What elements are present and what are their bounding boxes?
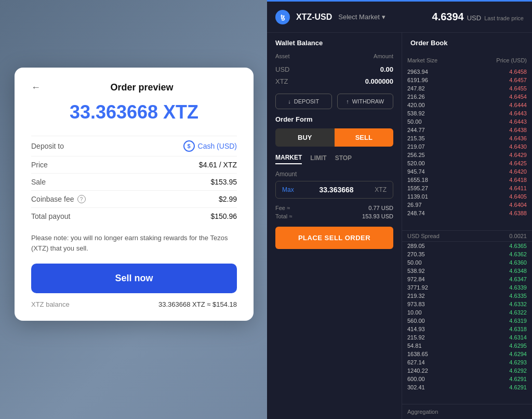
sell-price: 4.6454 [490, 94, 527, 100]
sell-order-row[interactable]: 1655.184.6418 [402, 176, 532, 184]
select-market-button[interactable]: Select Market ▾ [338, 13, 385, 21]
buy-price: 4.6318 [490, 326, 527, 332]
sell-order-row[interactable]: 1595.274.6411 [402, 184, 532, 192]
buy-order-row[interactable]: 414.934.6318 [402, 325, 532, 333]
fee-row: Coinbase fee ? $2.99 [31, 190, 237, 207]
amount-input-value: 33.363668 [298, 186, 375, 194]
tezos-icon: ꜩ [275, 10, 290, 24]
fee-display-row: Fee ≈ 0.77 USD [275, 205, 393, 211]
order-form-section: Order Form BUY SELL MARKET LIMIT STOP Am… [267, 115, 402, 249]
deposit-button[interactable]: ↓ DEPOSIT [275, 94, 332, 109]
sell-order-row[interactable]: 219.074.6430 [402, 142, 532, 151]
sell-order-row[interactable]: 520.004.6425 [402, 159, 532, 167]
sell-tab[interactable]: SELL [335, 128, 394, 147]
buy-order-row[interactable]: 1638.654.6294 [402, 350, 532, 358]
buy-order-row[interactable]: 560.004.6319 [402, 317, 532, 325]
buy-size: 560.00 [407, 318, 444, 324]
buy-order-row[interactable]: 289.054.6365 [402, 242, 532, 250]
modal-title: Order preview [47, 82, 237, 93]
buy-tab[interactable]: BUY [275, 128, 335, 147]
buy-sell-tabs: BUY SELL [275, 128, 393, 147]
sell-order-row[interactable]: 6191.964.6457 [402, 76, 532, 84]
fee-label: Coinbase fee ? [31, 195, 86, 203]
buy-order-row[interactable]: 219.324.6335 [402, 292, 532, 300]
buy-price: 4.6332 [490, 301, 527, 307]
sale-label: Sale [31, 178, 46, 186]
sell-order-row[interactable]: 26.974.6404 [402, 201, 532, 209]
sell-order-row[interactable]: 420.004.6444 [402, 101, 532, 109]
sell-order-row[interactable]: 2963.944.6458 [402, 68, 532, 76]
buy-price: 4.6339 [490, 284, 527, 291]
buy-order-row[interactable]: 538.924.6348 [402, 267, 532, 275]
buy-order-row[interactable]: 627.144.6293 [402, 358, 532, 366]
buy-order-row[interactable]: 54.814.6295 [402, 342, 532, 350]
sell-order-row[interactable]: 256.254.6429 [402, 151, 532, 159]
market-tab[interactable]: MARKET [275, 152, 302, 164]
buy-price: 4.6291 [490, 376, 527, 382]
buy-price: 4.6291 [490, 384, 527, 390]
buy-size: 538.92 [407, 268, 444, 274]
buy-size: 973.83 [407, 301, 444, 307]
price-value: $4.61 / XTZ [199, 161, 237, 169]
back-button[interactable]: ← [31, 82, 41, 93]
buy-size: 302.41 [407, 384, 444, 390]
buy-price: 4.6347 [490, 276, 527, 282]
deposit-to-row: Deposit to $ Cash (USD) [31, 136, 237, 156]
sell-order-row[interactable]: 50.004.6443 [402, 117, 532, 126]
deposit-to-label: Deposit to [31, 142, 64, 150]
buy-order-row[interactable]: 215.924.6314 [402, 333, 532, 342]
exchange-panel: ꜩ XTZ-USD Select Market ▾ 4.6394 USD Las… [267, 0, 532, 419]
buy-order-row[interactable]: 3771.924.6339 [402, 283, 532, 292]
sell-size: 1655.18 [407, 177, 444, 183]
sell-order-row[interactable]: 244.774.6438 [402, 126, 532, 134]
sell-size: 50.00 [407, 119, 444, 125]
amount-unit: XTZ [375, 186, 387, 193]
buy-order-row[interactable]: 302.414.6291 [402, 383, 532, 391]
buy-order-row[interactable]: 973.834.6332 [402, 300, 532, 308]
sell-order-row[interactable]: 1139.014.6405 [402, 192, 532, 201]
max-link[interactable]: Max [282, 186, 294, 193]
sell-order-row[interactable]: 538.924.6443 [402, 109, 532, 117]
sell-size: 26.97 [407, 202, 444, 208]
orderbook-header: Market Size Price (USD) [402, 51, 532, 68]
sell-size: 247.82 [407, 85, 444, 91]
fee-row-label: Fee ≈ [275, 205, 290, 211]
buy-size: 627.14 [407, 359, 444, 365]
wallet-header: Asset Amount [275, 51, 393, 63]
help-icon[interactable]: ? [77, 195, 86, 203]
sell-order-row[interactable]: 215.354.6436 [402, 134, 532, 142]
buy-order-row[interactable]: 600.004.6291 [402, 375, 532, 383]
place-sell-order-button[interactable]: PLACE SELL ORDER [275, 227, 393, 249]
sell-order-row[interactable]: 248.744.6388 [402, 209, 532, 217]
sell-size: 248.74 [407, 210, 444, 216]
sell-price: 4.6457 [490, 77, 527, 83]
buy-order-row[interactable]: 50.004.6360 [402, 258, 532, 267]
total-row-label: Total ≈ [275, 213, 292, 219]
wallet-actions: ↓ DEPOSIT ↑ WITHDRAW [267, 87, 402, 115]
sell-order-row[interactable]: 247.824.6455 [402, 84, 532, 93]
sell-order-row[interactable]: 216.264.6454 [402, 93, 532, 101]
amount-input-row[interactable]: Max 33.363668 XTZ [275, 181, 393, 199]
buy-order-row[interactable]: 10.004.6322 [402, 308, 532, 317]
buy-order-row[interactable]: 270.354.6362 [402, 250, 532, 258]
withdraw-button[interactable]: ↑ WITHDRAW [337, 94, 394, 109]
asset-col-header: Asset [275, 53, 290, 59]
staking-note: Please note: you will no longer earn sta… [31, 233, 237, 253]
sell-price: 4.6418 [490, 177, 527, 183]
buy-price: 4.6360 [490, 259, 527, 266]
sell-order-row[interactable]: 945.744.6420 [402, 167, 532, 176]
orderbook-title: Order Book [402, 33, 532, 51]
fee-row-value: 0.77 USD [368, 205, 393, 211]
wallet-balance-title: Wallet Balance [267, 33, 402, 51]
buy-order-row[interactable]: 1240.224.6292 [402, 366, 532, 375]
buy-size: 270.35 [407, 251, 444, 257]
sell-price: 4.6458 [490, 69, 527, 75]
sell-now-button[interactable]: Sell now [31, 264, 237, 293]
limit-tab[interactable]: LIMIT [310, 152, 326, 164]
market-size-col-header: Market Size [407, 57, 437, 63]
xtz-label: XTZ [275, 77, 288, 85]
order-form-title: Order Form [275, 115, 393, 128]
buy-order-row[interactable]: 972.844.6347 [402, 275, 532, 283]
stop-tab[interactable]: STOP [335, 152, 352, 164]
sell-price: 4.6436 [490, 135, 527, 141]
